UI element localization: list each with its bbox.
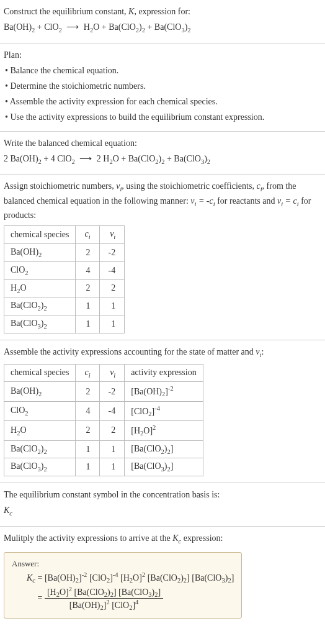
th-ci: ci	[76, 226, 99, 244]
table-row: Ba(ClO3)211[Ba(ClO3)2]	[4, 458, 203, 476]
denominator: [Ba(OH)2]2 [ClO2]4	[45, 599, 163, 611]
table-row: H2O22[H2O]2	[4, 421, 203, 440]
t: = -c	[196, 196, 213, 206]
sup: 2	[153, 424, 156, 431]
sub: 2	[207, 158, 210, 165]
t: 2 H	[97, 154, 110, 163]
t: , using the stoichiometric coefficients,	[122, 181, 256, 191]
sub: 2	[43, 305, 47, 312]
eq-r1: H	[84, 22, 90, 32]
t: + Ba(ClO	[164, 154, 200, 163]
sub: 2	[187, 27, 190, 34]
cell: 1	[76, 440, 99, 458]
q-after: , expression for:	[134, 7, 190, 16]
plan-item: • Balance the chemical equation.	[5, 64, 321, 77]
cell: 4	[76, 261, 99, 279]
sup: 4	[135, 599, 138, 605]
sup: 2	[106, 599, 109, 605]
t: Ba(ClO	[77, 587, 104, 596]
sub: i	[114, 234, 115, 240]
th-species: chemical species	[4, 364, 76, 382]
sub: 2	[43, 448, 47, 455]
sup: -2	[82, 571, 87, 578]
sub: 2	[38, 252, 42, 258]
t: H	[11, 425, 17, 435]
sup: 2	[69, 586, 72, 592]
cell: [Ba(ClO2)2]	[125, 440, 203, 458]
kc-expression-1: Kc = [Ba(OH)2]-2 [ClO2]-4 [H2O]2 [Ba(ClO…	[27, 571, 234, 584]
t: Ba(ClO	[134, 461, 161, 471]
t: H	[11, 283, 17, 293]
sub: i	[260, 351, 262, 358]
sub: 2	[38, 390, 42, 397]
sup: -4	[113, 571, 118, 578]
t: Ba(OH)	[11, 247, 38, 256]
t: Ba(OH)	[134, 387, 162, 396]
th-ci: ci	[76, 364, 99, 382]
k-symbol: K	[128, 7, 134, 16]
t: Ba(OH)	[72, 601, 100, 610]
cell: Ba(OH)2	[4, 382, 76, 401]
arrow-icon: ⟶	[66, 20, 79, 34]
cell: [ClO2]-4	[125, 401, 203, 420]
cell: 1	[76, 297, 99, 315]
t: K	[27, 573, 32, 583]
plan-item: • Determine the stoichiometric numbers.	[5, 79, 321, 93]
t: Ba(ClO	[122, 587, 149, 596]
table-row: Ba(ClO2)211[Ba(ClO2)2]	[4, 440, 203, 458]
table-row: Ba(OH)22-2[Ba(OH)2]-2	[4, 382, 203, 401]
th-vi: νi	[99, 364, 125, 382]
q-text: Construct the equilibrium constant,	[4, 7, 128, 16]
t: ]	[171, 444, 174, 453]
cell: 1	[99, 297, 125, 315]
table-row: ClO24-4[ClO2]-4	[4, 401, 203, 420]
t: O	[60, 587, 66, 596]
eq-r2: O + Ba(ClO	[93, 22, 136, 32]
sup: -4	[154, 405, 160, 412]
t: Assemble the activity expressions accoun…	[4, 347, 256, 356]
plan-item: • Use the activity expressions to build …	[5, 111, 321, 124]
cell: H2O	[4, 279, 76, 297]
t: Ba(ClO	[134, 444, 161, 453]
sup: 2	[142, 571, 145, 578]
t: 2 Ba(OH)	[4, 154, 38, 163]
t: for reactants and	[215, 196, 277, 206]
cell: 2	[76, 382, 99, 401]
cell: 1	[99, 458, 125, 476]
cell: 2	[76, 243, 99, 261]
cell: Ba(ClO3)2	[4, 458, 76, 476]
t: K	[4, 506, 9, 515]
t: ClO	[11, 265, 25, 274]
activity-heading: Assemble the activity expressions accoun…	[4, 345, 321, 360]
numerator: [H2O]2 [Ba(ClO2)2] [Ba(ClO3)2]	[45, 586, 163, 599]
stoich-table: chemical species ci νi Ba(OH)22-2 ClO24-…	[4, 225, 125, 333]
th-species: chemical species	[4, 226, 76, 244]
eq-r4: + Ba(ClO	[145, 22, 181, 32]
t: ]	[171, 461, 174, 471]
t: Ba(OH)	[48, 573, 76, 583]
t: ClO	[134, 406, 148, 415]
cell: 2	[76, 421, 99, 440]
plan-item: • Assemble the activity expression for e…	[5, 95, 321, 108]
t: Ba(ClO	[11, 301, 38, 310]
cell: Ba(ClO3)2	[4, 315, 76, 333]
th-vi: νi	[99, 226, 125, 244]
cell: ClO2	[4, 261, 76, 279]
multiply-text: Mulitply the activity expressions to arr…	[4, 532, 321, 546]
t: Ba(OH)	[11, 386, 38, 396]
t: Ba(ClO	[11, 461, 38, 471]
t: Ba(ClO	[11, 319, 38, 328]
t: O	[20, 283, 26, 293]
t: O	[143, 426, 149, 435]
sub: i	[114, 371, 115, 378]
kc-expression-2: Kc = [H2O]2 [Ba(ClO2)2] [Ba(ClO3)2] [Ba(…	[27, 586, 234, 612]
cell: 2	[99, 421, 125, 440]
cell: 2	[99, 279, 125, 297]
cell: -4	[99, 401, 125, 420]
cell: 1	[99, 315, 125, 333]
cell: Ba(ClO2)2	[4, 297, 76, 315]
table-row: ClO24-4	[4, 261, 125, 279]
t: expression:	[181, 533, 223, 543]
cell: Ba(ClO2)2	[4, 440, 76, 458]
t: K	[172, 533, 178, 543]
